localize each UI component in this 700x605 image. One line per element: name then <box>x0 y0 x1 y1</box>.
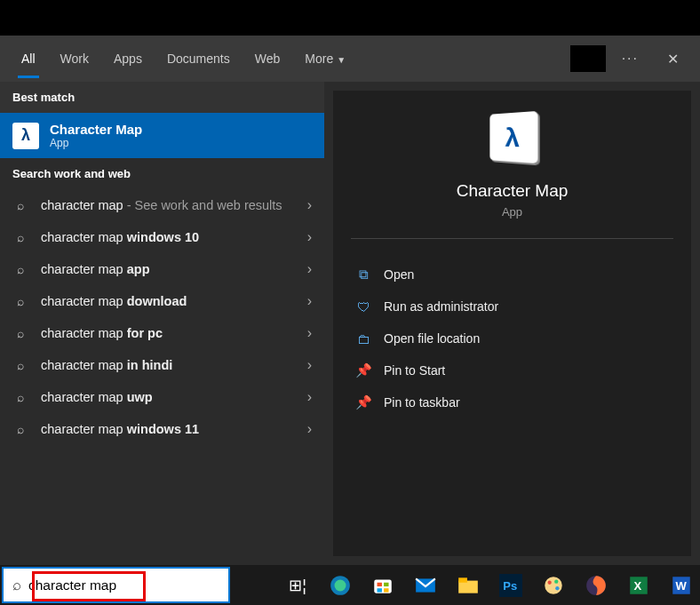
chevron-right-icon: › <box>307 357 312 373</box>
open-icon: ⧉ <box>355 267 371 283</box>
detail-subtitle: App <box>333 205 691 219</box>
search-icon: ⌕ <box>12 390 28 404</box>
mail-icon[interactable] <box>407 568 444 603</box>
admin-icon: 🛡 <box>355 299 371 314</box>
detail-title: Character Map <box>333 181 691 201</box>
firefox-icon[interactable] <box>577 568 615 603</box>
search-work-web-header: Search work and web <box>0 158 324 189</box>
action-pin-start[interactable]: 📌 Pin to Start <box>333 354 691 386</box>
tab-apps[interactable]: Apps <box>101 39 155 78</box>
paint-icon[interactable] <box>535 568 572 603</box>
result-item[interactable]: ⌕ character map in hindi › <box>0 349 324 381</box>
best-match-item[interactable]: λ Character Map App <box>0 113 324 158</box>
result-item[interactable]: ⌕ character map download › <box>0 285 324 317</box>
chevron-right-icon: › <box>307 293 312 309</box>
file-explorer-icon[interactable] <box>449 568 487 603</box>
detail-pane: λ Character Map App ⧉ Open 🛡 Run as admi… <box>333 91 691 556</box>
search-input[interactable] <box>28 577 219 593</box>
tab-more[interactable]: More▼ <box>292 39 358 78</box>
taskbar-search-box[interactable]: ⌕ <box>2 567 230 603</box>
result-item[interactable]: ⌕ character map windows 11 › <box>0 413 324 445</box>
divider <box>351 238 673 239</box>
svg-point-13 <box>548 580 552 584</box>
chevron-right-icon: › <box>307 197 312 213</box>
chevron-right-icon: › <box>307 261 312 277</box>
tab-work[interactable]: Work <box>48 39 101 78</box>
search-icon: ⌕ <box>12 230 28 244</box>
task-view-icon[interactable]: ⊞¦ <box>279 568 316 603</box>
taskbar-icons: ⊞¦ Ps X W <box>279 568 700 603</box>
results-pane: Best match λ Character Map App Search wo… <box>0 82 324 565</box>
svg-text:X: X <box>634 579 642 593</box>
search-icon: ⌕ <box>12 358 28 372</box>
word-icon[interactable]: W <box>663 568 700 603</box>
edge-icon[interactable] <box>322 568 359 603</box>
action-run-admin[interactable]: 🛡 Run as administrator <box>333 291 691 322</box>
svg-point-15 <box>555 586 559 590</box>
content-split: Best match λ Character Map App Search wo… <box>0 82 700 565</box>
result-item[interactable]: ⌕ character map uwp › <box>0 381 324 413</box>
tabs-row: All Work Apps Documents Web More▼ ··· ✕ <box>0 36 700 82</box>
folder-icon: 🗀 <box>355 330 371 346</box>
svg-rect-6 <box>384 588 388 592</box>
taskbar: ⌕ ⊞¦ Ps X W <box>0 565 700 605</box>
best-match-subtitle: App <box>50 137 142 149</box>
chevron-right-icon: › <box>307 421 312 437</box>
action-open[interactable]: ⧉ Open <box>333 259 691 291</box>
search-icon: ⌕ <box>12 326 28 340</box>
charmap-icon-large: λ <box>489 111 537 163</box>
chevron-right-icon: › <box>307 229 312 245</box>
svg-rect-9 <box>458 577 467 582</box>
svg-point-12 <box>545 577 562 594</box>
tab-documents[interactable]: Documents <box>155 39 243 78</box>
chevron-right-icon: › <box>307 325 312 341</box>
search-panel: All Work Apps Documents Web More▼ ··· ✕ … <box>0 36 700 565</box>
pin-icon: 📌 <box>355 362 371 378</box>
result-item[interactable]: ⌕ character map windows 10 › <box>0 221 324 253</box>
action-pin-taskbar[interactable]: 📌 Pin to taskbar <box>333 386 691 418</box>
best-match-title: Character Map <box>50 122 142 137</box>
charmap-icon: λ <box>12 123 39 149</box>
svg-rect-5 <box>378 588 382 592</box>
svg-text:Ps: Ps <box>503 579 517 593</box>
tab-web[interactable]: Web <box>243 39 293 78</box>
excel-icon[interactable]: X <box>620 568 657 603</box>
search-icon: ⌕ <box>12 294 28 308</box>
store-icon[interactable] <box>364 568 402 603</box>
titlebar-black <box>0 0 700 36</box>
action-open-location[interactable]: 🗀 Open file location <box>333 322 691 354</box>
account-avatar[interactable] <box>570 45 606 72</box>
chevron-right-icon: › <box>307 389 312 405</box>
search-icon: ⌕ <box>12 262 28 276</box>
photoshop-icon[interactable]: Ps <box>492 568 529 603</box>
svg-point-1 <box>335 579 346 591</box>
result-item[interactable]: ⌕ character map - See work and web resul… <box>0 189 324 221</box>
svg-rect-2 <box>374 579 392 593</box>
close-icon[interactable]: ✕ <box>655 44 691 75</box>
best-match-header: Best match <box>0 82 324 113</box>
more-options-icon[interactable]: ··· <box>622 51 639 67</box>
svg-rect-4 <box>384 582 388 585</box>
svg-rect-3 <box>378 582 382 585</box>
chevron-down-icon: ▼ <box>337 55 346 65</box>
search-icon: ⌕ <box>12 577 21 594</box>
result-item[interactable]: ⌕ character map for pc › <box>0 317 324 349</box>
svg-point-14 <box>554 579 558 583</box>
search-icon: ⌕ <box>12 422 28 436</box>
result-item[interactable]: ⌕ character map app › <box>0 253 324 285</box>
pin-icon: 📌 <box>355 394 371 410</box>
svg-text:W: W <box>676 579 688 593</box>
search-icon: ⌕ <box>12 198 28 212</box>
tab-all[interactable]: All <box>9 39 48 78</box>
